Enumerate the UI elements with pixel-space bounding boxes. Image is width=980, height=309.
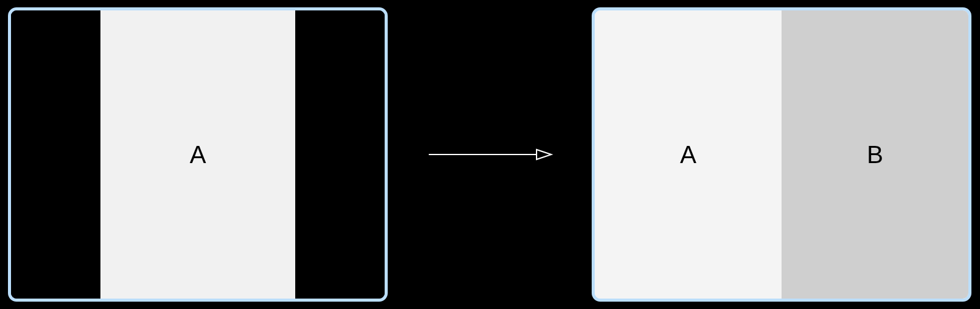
right-black-bar — [295, 10, 385, 299]
left-black-bar — [11, 10, 100, 299]
arrow-right-icon — [426, 147, 554, 162]
region-b-right: B — [782, 10, 968, 299]
label-b-right: B — [867, 141, 883, 169]
diagram-stage: A A B — [0, 0, 980, 309]
label-a-right: A — [680, 141, 696, 169]
region-a-right: A — [595, 10, 782, 299]
right-device-frame: A B — [592, 7, 971, 302]
label-a-left: A — [190, 141, 206, 169]
svg-marker-1 — [537, 150, 551, 159]
region-a-left: A — [100, 10, 295, 299]
left-device-frame: A — [8, 7, 388, 302]
